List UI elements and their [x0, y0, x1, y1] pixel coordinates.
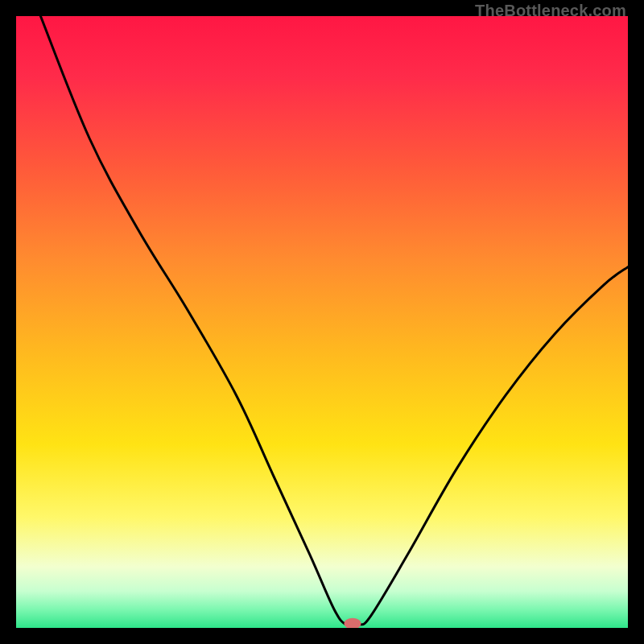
chart-frame: TheBottleneck.com	[0, 0, 644, 644]
gradient-background	[16, 16, 628, 628]
plot-svg	[16, 16, 628, 628]
watermark-text: TheBottleneck.com	[475, 2, 626, 20]
plot-area	[16, 16, 628, 628]
